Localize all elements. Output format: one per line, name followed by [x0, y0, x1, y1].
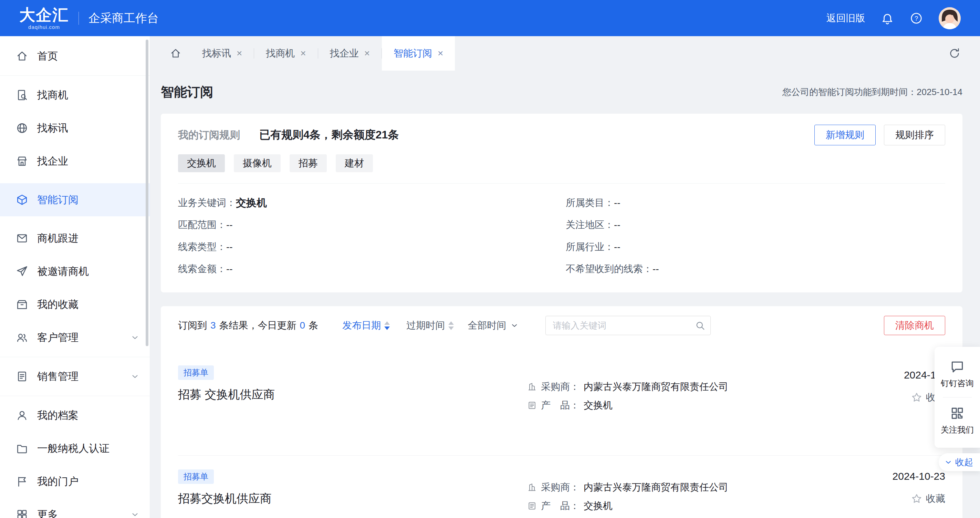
dingtalk-consult-button[interactable]: 钉钉咨询: [941, 355, 974, 393]
sidebar-item-my-favorites[interactable]: 我的收藏: [0, 288, 150, 321]
avatar[interactable]: [939, 7, 961, 29]
rule-tags: 交换机 摄像机 招募 建材: [178, 154, 945, 172]
detail-value: --: [614, 219, 620, 230]
rule-tag[interactable]: 交换机: [178, 154, 225, 172]
favorite-button[interactable]: 收藏: [911, 492, 945, 505]
result-title[interactable]: 招募交换机供应商: [178, 490, 527, 507]
mail-icon: [16, 232, 28, 244]
main-content: 找标讯 × 找商机 × 找企业 × 智能订阅 × 智能订阅 您公司的智能订阅功能…: [151, 36, 980, 518]
tab-label: 找商机: [266, 47, 295, 60]
topbar: 大企汇 daqihui.com 企采商工作台 返回旧版 ?: [0, 0, 980, 36]
result-count-number: 3: [210, 320, 216, 331]
folder-icon: [16, 442, 28, 454]
detail-label: 业务关键词：: [178, 196, 236, 209]
brand-logo[interactable]: 大企汇 daqihui.com: [19, 7, 69, 30]
buyer-name: 内蒙古兴泰万隆商贸有限责任公司: [584, 480, 728, 494]
sidebar-item-label: 找企业: [37, 154, 68, 169]
collapse-panel-button[interactable]: 收起: [939, 453, 980, 471]
result-item: 招募单 招募 交换机供应商 采购商： 内蒙古兴泰万隆商贸有限责任公司 产 品： …: [178, 335, 945, 456]
star-icon: [911, 493, 923, 505]
detail-label: 线索类型：: [178, 241, 226, 253]
buyer-building-icon: [527, 483, 537, 492]
tab-close-icon[interactable]: ×: [237, 48, 242, 59]
tab-close-icon[interactable]: ×: [438, 48, 443, 59]
buyer-building-icon: [527, 382, 537, 392]
tab-find-companies[interactable]: 找企业 ×: [318, 36, 382, 71]
logo-text: 大企汇: [19, 7, 69, 23]
search-input[interactable]: [546, 316, 711, 335]
sidebar-item-label: 智能订阅: [37, 193, 78, 207]
sidebar-item-customer-management[interactable]: 客户管理: [0, 321, 150, 354]
buyer-label: 采购商：: [541, 480, 579, 494]
rule-tag[interactable]: 摄像机: [234, 154, 281, 172]
result-date: 2024-10-23: [892, 469, 945, 483]
sort-label: 发布日期: [342, 319, 381, 332]
sidebar-item-label: 一般纳税人认证: [37, 441, 110, 456]
sort-by-publish-date[interactable]: 发布日期: [342, 319, 390, 332]
sidebar-item-my-portal[interactable]: 我的门户: [0, 465, 150, 498]
tab-find-leads[interactable]: 找商机 ×: [254, 36, 318, 71]
bell-icon[interactable]: [881, 12, 894, 25]
add-rule-button[interactable]: 新增规则: [815, 125, 876, 145]
sidebar-item-lead-follow-up[interactable]: 商机跟进: [0, 222, 150, 255]
sort-by-expire-date[interactable]: 过期时间: [406, 319, 454, 332]
sidebar-item-label: 销售管理: [37, 370, 78, 384]
rules-buttons: 新增规则 规则排序: [815, 125, 945, 145]
tab-close-icon[interactable]: ×: [364, 48, 370, 59]
keyword-search: [546, 316, 711, 335]
chevron-down-icon: [130, 510, 140, 518]
detail-value: --: [652, 263, 659, 274]
sidebar-item-find-tenders[interactable]: 找标讯: [0, 112, 150, 145]
sidebar-item-label: 我的收藏: [37, 298, 78, 312]
sort-rules-button[interactable]: 规则排序: [884, 125, 945, 145]
sidebar-item-invited-leads[interactable]: 被邀请商机: [0, 255, 150, 288]
result-count: 订阅到 3 条结果，今日更新 0 条: [178, 319, 318, 332]
sidebar-scrollbar[interactable]: [146, 40, 148, 346]
grid-icon: [16, 508, 28, 518]
sidebar-item-sales-management[interactable]: 销售管理: [0, 360, 150, 393]
time-filter-dropdown[interactable]: 全部时间: [468, 319, 519, 332]
sidebar-item-label: 我的档案: [37, 408, 78, 422]
sidebar-item-home[interactable]: 首页: [0, 40, 150, 73]
sidebar-item-taxpayer-certification[interactable]: 一般纳税人认证: [0, 432, 150, 465]
sidebar-item-more[interactable]: 更多: [0, 498, 150, 518]
rules-section-title: 我的订阅规则: [178, 128, 240, 142]
detail-label: 不希望收到的线索：: [566, 263, 652, 276]
detail-value: 交换机: [236, 196, 267, 210]
tab-label: 找标讯: [202, 47, 231, 60]
sidebar-item-smart-subscription[interactable]: 智能订阅: [0, 183, 150, 216]
flag-icon: [16, 475, 28, 488]
sidebar-item-find-companies[interactable]: 找企业: [0, 145, 150, 178]
result-meta: 采购商： 内蒙古兴泰万隆商贸有限责任公司 产 品： 交换机: [527, 380, 837, 412]
chevron-down-icon: [510, 321, 519, 330]
tab-close-icon[interactable]: ×: [300, 48, 306, 59]
users-icon: [16, 332, 28, 344]
refresh-icon[interactable]: [949, 48, 960, 59]
tab-find-tenders[interactable]: 找标讯 ×: [191, 36, 254, 71]
back-to-old-version-link[interactable]: 返回旧版: [826, 12, 865, 25]
building-icon: [16, 155, 28, 167]
send-icon: [16, 265, 28, 277]
follow-us-button[interactable]: 关注我们: [941, 402, 974, 440]
person-icon: [16, 409, 28, 422]
rule-tag[interactable]: 招募: [290, 154, 327, 172]
search-icon[interactable]: [695, 320, 705, 331]
clear-leads-button[interactable]: 清除商机: [884, 316, 945, 335]
detail-value: --: [226, 263, 233, 274]
tab-smart-subscription[interactable]: 智能订阅 ×: [382, 36, 455, 71]
sidebar-item-label: 找标讯: [37, 121, 68, 135]
rules-divider: [178, 183, 945, 183]
recruit-badge: 招募单: [178, 365, 214, 380]
svg-text:?: ?: [915, 15, 918, 22]
detail-row: 匹配范围： --: [178, 214, 566, 236]
tab-home[interactable]: [161, 36, 191, 71]
result-title[interactable]: 招募 交换机供应商: [178, 386, 527, 403]
sidebar-item-my-profile[interactable]: 我的档案: [0, 399, 150, 432]
sidebar-item-find-leads[interactable]: 找商机: [0, 78, 150, 112]
home-icon: [16, 50, 28, 62]
help-icon[interactable]: ?: [910, 12, 923, 25]
rule-tag[interactable]: 建材: [336, 154, 373, 172]
sidebar-item-label: 我的门户: [37, 475, 78, 489]
follow-us-label: 关注我们: [941, 424, 974, 435]
subscribe-box-icon: [16, 194, 28, 206]
